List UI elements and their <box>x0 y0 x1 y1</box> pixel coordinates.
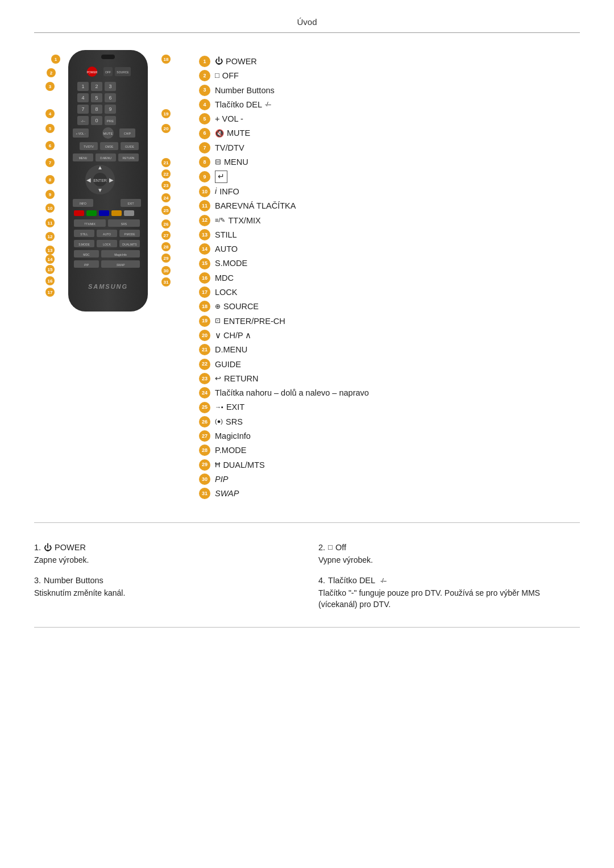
del-icon: -/-- <box>265 100 271 109</box>
legend-badge-3: 3 <box>199 85 210 96</box>
svg-text:SAMSUNG: SAMSUNG <box>88 283 128 290</box>
desc-body-1: Zapne výrobek. <box>34 554 296 566</box>
remote-badge-26: 26 <box>161 219 171 229</box>
legend-item-24: 24 Tlačítka nahoru – dolů a nalevo – nap… <box>199 387 580 398</box>
legend-badge-6: 6 <box>199 128 210 139</box>
desc-item-2: 2. □ Off Vypne výrobek. <box>318 543 580 566</box>
legend-badge-11: 11 <box>199 200 210 211</box>
legend-badge-8: 8 <box>199 156 210 168</box>
svg-text:▶: ▶ <box>109 177 114 183</box>
legend-text-6: 🔇 MUTE <box>215 127 250 139</box>
legend-text-12: ≡/✎ TTX/MIX <box>215 215 261 226</box>
legend-item-27: 27 MagicInfo <box>199 430 580 442</box>
legend-badge-14: 14 <box>199 243 210 255</box>
svg-text:P.MODE: P.MODE <box>124 232 135 236</box>
source-icon: ⊕ <box>215 302 221 312</box>
legend-badge-7: 7 <box>199 142 210 153</box>
remote-badge-2: 2 <box>47 68 56 77</box>
remote-badge-6: 6 <box>45 141 55 150</box>
legend-item-22: 22 GUIDE <box>199 359 580 370</box>
svg-rect-61 <box>74 210 84 216</box>
svg-text:SOURCE: SOURCE <box>117 70 129 74</box>
legend-item-7: 7 TV/DTV <box>199 142 580 153</box>
remote-badge-15: 15 <box>45 265 55 274</box>
descriptions-section: 1. ⏻ POWER Zapne výrobek. 2. □ Off Vypne… <box>34 537 580 610</box>
dual-icon: Ħ <box>215 460 220 470</box>
desc-square-icon: □ <box>328 543 333 551</box>
svg-text:+ VOL -: + VOL - <box>76 132 86 135</box>
legend-badge-17: 17 <box>199 286 210 298</box>
main-divider <box>34 522 580 523</box>
desc-num-3: 3. <box>34 576 41 585</box>
page-container: Úvod 1 2 3 4 5 6 7 8 9 10 11 12 13 14 15 <box>0 0 614 665</box>
svg-text:3: 3 <box>109 84 111 89</box>
legend-item-6: 6 🔇 MUTE <box>199 127 580 139</box>
legend-item-14: 14 AUTO <box>199 243 580 255</box>
remote-badge-9: 9 <box>45 190 55 199</box>
legend-badge-25: 25 <box>199 402 210 413</box>
svg-text:-/--: -/-- <box>81 119 85 123</box>
desc-item-3: 3. Number Buttons Stisknutím změníte kan… <box>34 576 296 610</box>
remote-badge-17: 17 <box>45 288 55 297</box>
legend-item-5: 5 + VOL - <box>199 113 580 124</box>
legend-item-20: 20 ∨ CH/P ∧ <box>199 330 580 341</box>
legend-item-13: 13 STILL <box>199 229 580 240</box>
remote-svg: POWER OFF SOURCE 1 2 3 4 5 <box>57 50 159 312</box>
enter-pre-icon: ⊡ <box>215 316 221 326</box>
desc-num-2: 2. <box>318 543 325 552</box>
legend-text-18: ⊕ SOURCE <box>215 301 259 312</box>
svg-text:INFO: INFO <box>80 202 86 205</box>
desc-del-icon: -/-- <box>380 577 386 584</box>
menu-icon: ⊟ <box>215 157 221 167</box>
legend-item-26: 26 (●) SRS <box>199 416 580 427</box>
power-icon: ⏻ <box>215 56 223 67</box>
svg-text:MDC: MDC <box>83 253 90 256</box>
legend-item-10: 10 i INFO <box>199 186 580 197</box>
legend-item-2: 2 □ OFF <box>199 70 580 81</box>
remote-badge-7: 7 <box>45 158 55 167</box>
svg-text:EXIT: EXIT <box>127 202 134 205</box>
svg-text:9: 9 <box>109 106 111 112</box>
info-icon: i <box>215 186 217 197</box>
remote-badge-29: 29 <box>161 254 171 263</box>
svg-text:PIP: PIP <box>84 263 89 267</box>
desc-body-4: Tlačítko "-" funguje pouze pro DTV. Použ… <box>318 587 580 610</box>
svg-text:2: 2 <box>95 84 98 89</box>
legend-item-15: 15 S.MODE <box>199 258 580 269</box>
remote-badge-21: 21 <box>161 158 171 167</box>
svg-rect-1 <box>101 55 115 59</box>
desc-num-1: 1. <box>34 543 41 552</box>
remote-outer: 1 2 3 4 5 6 7 8 9 10 11 12 13 14 15 16 1… <box>45 50 171 312</box>
svg-text:SWAP: SWAP <box>117 263 125 267</box>
svg-text:OFF: OFF <box>105 70 111 74</box>
legend-text-4: Tlačítko DEL -/-- <box>215 99 271 110</box>
legend-text-10: i INFO <box>215 186 239 197</box>
svg-text:DUAL/MTS: DUAL/MTS <box>122 243 137 246</box>
desc-title-1: 1. ⏻ POWER <box>34 543 296 552</box>
remote-badge-11: 11 <box>45 218 55 227</box>
legend-item-19: 19 ⊡ ENTER/PRE-CH <box>199 315 580 327</box>
remote-badge-30: 30 <box>161 266 171 275</box>
desc-title-2: 2. □ Off <box>318 543 580 552</box>
remote-badge-23: 23 <box>161 181 171 190</box>
legend-item-4: 4 Tlačítko DEL -/-- <box>199 99 580 110</box>
svg-text:◀: ◀ <box>86 177 91 183</box>
legend-badge-18: 18 <box>199 301 210 312</box>
remote-badge-1: 1 <box>51 55 60 64</box>
legend-item-30: 30 PIP <box>199 474 580 485</box>
remote-badge-22: 22 <box>161 169 171 178</box>
legend-badge-1: 1 <box>199 56 210 67</box>
svg-text:PRE: PRE <box>107 119 114 123</box>
desc-body-3: Stisknutím změníte kanál. <box>34 587 296 599</box>
legend-badge-28: 28 <box>199 445 210 456</box>
page-header: Úvod <box>34 17 580 33</box>
legend-badge-9: 9 <box>199 171 210 182</box>
remote-badge-20: 20 <box>161 124 171 133</box>
legend-item-12: 12 ≡/✎ TTX/MIX <box>199 215 580 226</box>
legend-badge-29: 29 <box>199 459 210 471</box>
legend-text-29: Ħ DUAL/MTS <box>215 459 265 471</box>
ttx-icon: ≡/✎ <box>215 216 225 225</box>
desc-num-4: 4. <box>318 576 325 585</box>
desc-item-1: 1. ⏻ POWER Zapne výrobek. <box>34 543 296 566</box>
svg-text:GUIDE: GUIDE <box>125 145 135 148</box>
